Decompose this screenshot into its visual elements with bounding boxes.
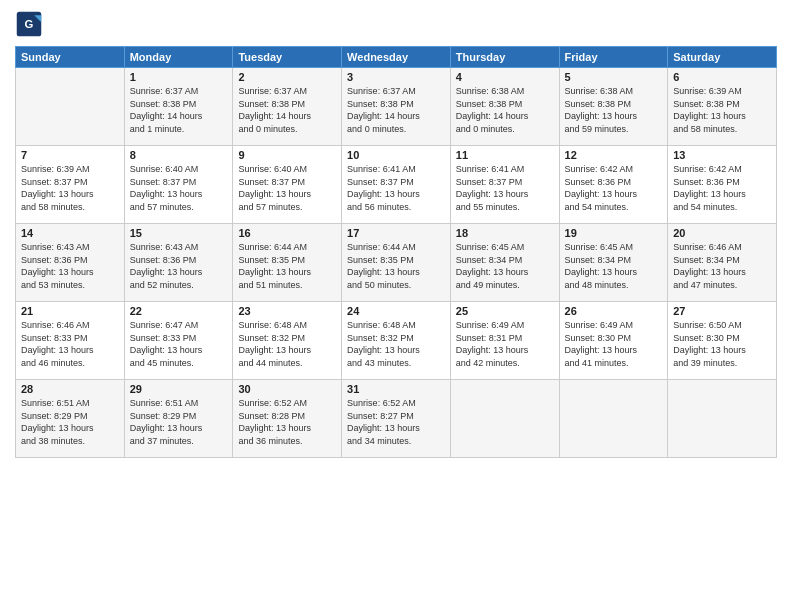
- calendar-cell: 22Sunrise: 6:47 AM Sunset: 8:33 PM Dayli…: [124, 302, 233, 380]
- week-row: 21Sunrise: 6:46 AM Sunset: 8:33 PM Dayli…: [16, 302, 777, 380]
- calendar-cell: 23Sunrise: 6:48 AM Sunset: 8:32 PM Dayli…: [233, 302, 342, 380]
- day-number: 22: [130, 305, 228, 317]
- weekday-header: Friday: [559, 47, 668, 68]
- day-info: Sunrise: 6:38 AM Sunset: 8:38 PM Dayligh…: [565, 85, 663, 135]
- day-info: Sunrise: 6:50 AM Sunset: 8:30 PM Dayligh…: [673, 319, 771, 369]
- calendar-cell: [559, 380, 668, 458]
- day-info: Sunrise: 6:37 AM Sunset: 8:38 PM Dayligh…: [238, 85, 336, 135]
- header: G: [15, 10, 777, 38]
- day-info: Sunrise: 6:41 AM Sunset: 8:37 PM Dayligh…: [456, 163, 554, 213]
- calendar-cell: 13Sunrise: 6:42 AM Sunset: 8:36 PM Dayli…: [668, 146, 777, 224]
- calendar-cell: [668, 380, 777, 458]
- calendar-cell: 5Sunrise: 6:38 AM Sunset: 8:38 PM Daylig…: [559, 68, 668, 146]
- logo: G: [15, 10, 47, 38]
- day-info: Sunrise: 6:37 AM Sunset: 8:38 PM Dayligh…: [347, 85, 445, 135]
- day-info: Sunrise: 6:39 AM Sunset: 8:37 PM Dayligh…: [21, 163, 119, 213]
- day-number: 2: [238, 71, 336, 83]
- day-number: 24: [347, 305, 445, 317]
- day-number: 4: [456, 71, 554, 83]
- calendar-cell: 7Sunrise: 6:39 AM Sunset: 8:37 PM Daylig…: [16, 146, 125, 224]
- day-info: Sunrise: 6:41 AM Sunset: 8:37 PM Dayligh…: [347, 163, 445, 213]
- day-info: Sunrise: 6:52 AM Sunset: 8:27 PM Dayligh…: [347, 397, 445, 447]
- day-number: 9: [238, 149, 336, 161]
- calendar-cell: 2Sunrise: 6:37 AM Sunset: 8:38 PM Daylig…: [233, 68, 342, 146]
- day-number: 30: [238, 383, 336, 395]
- day-info: Sunrise: 6:49 AM Sunset: 8:31 PM Dayligh…: [456, 319, 554, 369]
- calendar-header: SundayMondayTuesdayWednesdayThursdayFrid…: [16, 47, 777, 68]
- day-number: 19: [565, 227, 663, 239]
- day-info: Sunrise: 6:42 AM Sunset: 8:36 PM Dayligh…: [565, 163, 663, 213]
- day-info: Sunrise: 6:43 AM Sunset: 8:36 PM Dayligh…: [130, 241, 228, 291]
- calendar-cell: 15Sunrise: 6:43 AM Sunset: 8:36 PM Dayli…: [124, 224, 233, 302]
- week-row: 1Sunrise: 6:37 AM Sunset: 8:38 PM Daylig…: [16, 68, 777, 146]
- day-info: Sunrise: 6:48 AM Sunset: 8:32 PM Dayligh…: [238, 319, 336, 369]
- day-number: 20: [673, 227, 771, 239]
- weekday-header: Monday: [124, 47, 233, 68]
- calendar-cell: 17Sunrise: 6:44 AM Sunset: 8:35 PM Dayli…: [342, 224, 451, 302]
- weekday-header: Wednesday: [342, 47, 451, 68]
- day-number: 1: [130, 71, 228, 83]
- day-info: Sunrise: 6:45 AM Sunset: 8:34 PM Dayligh…: [456, 241, 554, 291]
- calendar-page: G SundayMondayTuesdayWednesdayThursdayFr…: [0, 0, 792, 612]
- calendar-cell: 20Sunrise: 6:46 AM Sunset: 8:34 PM Dayli…: [668, 224, 777, 302]
- week-row: 14Sunrise: 6:43 AM Sunset: 8:36 PM Dayli…: [16, 224, 777, 302]
- calendar-cell: 9Sunrise: 6:40 AM Sunset: 8:37 PM Daylig…: [233, 146, 342, 224]
- week-row: 7Sunrise: 6:39 AM Sunset: 8:37 PM Daylig…: [16, 146, 777, 224]
- day-info: Sunrise: 6:42 AM Sunset: 8:36 PM Dayligh…: [673, 163, 771, 213]
- calendar-cell: 11Sunrise: 6:41 AM Sunset: 8:37 PM Dayli…: [450, 146, 559, 224]
- day-number: 21: [21, 305, 119, 317]
- day-info: Sunrise: 6:45 AM Sunset: 8:34 PM Dayligh…: [565, 241, 663, 291]
- calendar-cell: 25Sunrise: 6:49 AM Sunset: 8:31 PM Dayli…: [450, 302, 559, 380]
- weekday-header: Saturday: [668, 47, 777, 68]
- day-info: Sunrise: 6:52 AM Sunset: 8:28 PM Dayligh…: [238, 397, 336, 447]
- day-info: Sunrise: 6:37 AM Sunset: 8:38 PM Dayligh…: [130, 85, 228, 135]
- calendar-cell: 21Sunrise: 6:46 AM Sunset: 8:33 PM Dayli…: [16, 302, 125, 380]
- day-info: Sunrise: 6:47 AM Sunset: 8:33 PM Dayligh…: [130, 319, 228, 369]
- day-info: Sunrise: 6:49 AM Sunset: 8:30 PM Dayligh…: [565, 319, 663, 369]
- calendar-cell: [450, 380, 559, 458]
- calendar-body: 1Sunrise: 6:37 AM Sunset: 8:38 PM Daylig…: [16, 68, 777, 458]
- day-info: Sunrise: 6:38 AM Sunset: 8:38 PM Dayligh…: [456, 85, 554, 135]
- day-number: 28: [21, 383, 119, 395]
- day-number: 16: [238, 227, 336, 239]
- weekday-row: SundayMondayTuesdayWednesdayThursdayFrid…: [16, 47, 777, 68]
- day-number: 26: [565, 305, 663, 317]
- calendar-cell: 24Sunrise: 6:48 AM Sunset: 8:32 PM Dayli…: [342, 302, 451, 380]
- weekday-header: Thursday: [450, 47, 559, 68]
- day-number: 7: [21, 149, 119, 161]
- day-number: 27: [673, 305, 771, 317]
- day-number: 5: [565, 71, 663, 83]
- calendar-table: SundayMondayTuesdayWednesdayThursdayFrid…: [15, 46, 777, 458]
- calendar-cell: 3Sunrise: 6:37 AM Sunset: 8:38 PM Daylig…: [342, 68, 451, 146]
- calendar-cell: 18Sunrise: 6:45 AM Sunset: 8:34 PM Dayli…: [450, 224, 559, 302]
- day-info: Sunrise: 6:40 AM Sunset: 8:37 PM Dayligh…: [130, 163, 228, 213]
- day-number: 23: [238, 305, 336, 317]
- calendar-cell: 6Sunrise: 6:39 AM Sunset: 8:38 PM Daylig…: [668, 68, 777, 146]
- logo-icon: G: [15, 10, 43, 38]
- weekday-header: Tuesday: [233, 47, 342, 68]
- day-info: Sunrise: 6:39 AM Sunset: 8:38 PM Dayligh…: [673, 85, 771, 135]
- day-number: 11: [456, 149, 554, 161]
- weekday-header: Sunday: [16, 47, 125, 68]
- svg-text:G: G: [25, 18, 34, 30]
- calendar-cell: 4Sunrise: 6:38 AM Sunset: 8:38 PM Daylig…: [450, 68, 559, 146]
- calendar-cell: 10Sunrise: 6:41 AM Sunset: 8:37 PM Dayli…: [342, 146, 451, 224]
- day-info: Sunrise: 6:40 AM Sunset: 8:37 PM Dayligh…: [238, 163, 336, 213]
- calendar-cell: 12Sunrise: 6:42 AM Sunset: 8:36 PM Dayli…: [559, 146, 668, 224]
- day-number: 25: [456, 305, 554, 317]
- day-number: 12: [565, 149, 663, 161]
- calendar-cell: 8Sunrise: 6:40 AM Sunset: 8:37 PM Daylig…: [124, 146, 233, 224]
- day-number: 31: [347, 383, 445, 395]
- calendar-cell: 29Sunrise: 6:51 AM Sunset: 8:29 PM Dayli…: [124, 380, 233, 458]
- calendar-cell: 31Sunrise: 6:52 AM Sunset: 8:27 PM Dayli…: [342, 380, 451, 458]
- calendar-cell: 19Sunrise: 6:45 AM Sunset: 8:34 PM Dayli…: [559, 224, 668, 302]
- day-number: 14: [21, 227, 119, 239]
- calendar-cell: 14Sunrise: 6:43 AM Sunset: 8:36 PM Dayli…: [16, 224, 125, 302]
- day-number: 10: [347, 149, 445, 161]
- calendar-cell: 1Sunrise: 6:37 AM Sunset: 8:38 PM Daylig…: [124, 68, 233, 146]
- day-info: Sunrise: 6:46 AM Sunset: 8:33 PM Dayligh…: [21, 319, 119, 369]
- week-row: 28Sunrise: 6:51 AM Sunset: 8:29 PM Dayli…: [16, 380, 777, 458]
- day-number: 18: [456, 227, 554, 239]
- calendar-cell: 27Sunrise: 6:50 AM Sunset: 8:30 PM Dayli…: [668, 302, 777, 380]
- day-info: Sunrise: 6:44 AM Sunset: 8:35 PM Dayligh…: [238, 241, 336, 291]
